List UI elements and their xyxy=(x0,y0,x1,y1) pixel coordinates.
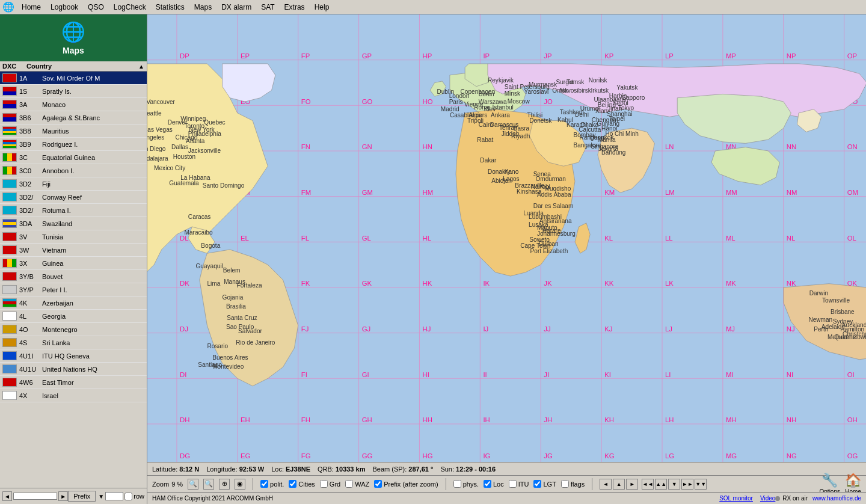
dxc-row[interactable]: 3XGuinea xyxy=(0,257,147,270)
menu-item-statistics[interactable]: Statistics xyxy=(151,2,189,13)
dxc-prefix: 1A xyxy=(19,75,42,82)
dxc-row[interactable]: 4U1IITU HQ Geneva xyxy=(0,349,147,363)
svg-text:MP: MP xyxy=(726,52,736,60)
row-checkbox[interactable] xyxy=(124,493,132,500)
menu-item-help[interactable]: Help xyxy=(310,2,334,13)
dxc-row[interactable]: 4SSri Lanka xyxy=(0,336,147,349)
dxc-row[interactable]: 4OMontenegro xyxy=(0,323,147,336)
scroll-up-button[interactable]: ▲ xyxy=(138,63,144,70)
checkbox-phys-input[interactable] xyxy=(453,480,461,488)
dxc-row[interactable]: 1ASov. Mil Order Of M xyxy=(0,72,147,85)
nav-left-button[interactable]: ◄ xyxy=(600,479,612,490)
flag-icon xyxy=(2,298,17,307)
checkbox-lgt-input[interactable] xyxy=(533,480,541,488)
row-input[interactable] xyxy=(105,492,123,500)
svg-text:HO: HO xyxy=(423,98,433,105)
svg-text:JO: JO xyxy=(544,98,553,105)
svg-text:GO: GO xyxy=(362,98,373,105)
checkbox-lgt-label: LGT xyxy=(543,481,556,488)
prefix-button[interactable]: Prefix xyxy=(68,491,96,502)
svg-text:EH: EH xyxy=(241,416,250,423)
bottom-bar: HAM Office Copyright 2021 ARCOMM GmbH SO… xyxy=(147,492,866,504)
dxc-row[interactable]: 3D2/Conway Reef xyxy=(0,191,147,204)
svg-text:Mexico City: Mexico City xyxy=(154,165,186,171)
dxc-row[interactable]: 3D2/Rotuma I. xyxy=(0,204,147,217)
scrollbar-track[interactable] xyxy=(13,493,57,500)
dxc-row[interactable]: 3B8Mauritius xyxy=(0,124,147,138)
menu-item-maps[interactable]: Maps xyxy=(189,2,216,13)
website-link[interactable]: www.hamoffice.de xyxy=(812,495,861,502)
sol-monitor-link[interactable]: SOL monitor xyxy=(719,495,753,502)
svg-text:MI: MI xyxy=(726,371,734,378)
dxc-row[interactable]: 4KAzerbaijan xyxy=(0,297,147,310)
menu-item-home[interactable]: Home xyxy=(17,2,46,13)
nav-down-button[interactable]: ▼ xyxy=(668,479,680,490)
checkbox-loc-input[interactable] xyxy=(484,480,491,488)
svg-text:NN: NN xyxy=(787,143,796,150)
checkbox-polit-input[interactable] xyxy=(260,480,268,488)
controls-bar: Zoom 9 % 🔍 🔍 ⊕ ◉ polit. Cities Grd xyxy=(147,475,866,492)
prev-button[interactable]: ◄ xyxy=(2,491,12,501)
nav-up-button[interactable]: ▲ xyxy=(613,479,625,490)
svg-text:La Habana: La Habana xyxy=(180,174,210,181)
checkbox-itu-input[interactable] xyxy=(509,480,517,488)
dxc-row[interactable]: 3DASwaziland xyxy=(0,217,147,230)
zoom-plus-button[interactable]: 🔍 xyxy=(203,479,214,490)
nav-far-right-button[interactable]: ►► xyxy=(681,479,693,490)
dxc-row[interactable]: 3VTunisia xyxy=(0,230,147,244)
zoom-fit-button[interactable]: ◉ xyxy=(235,479,245,490)
menu-item-extras[interactable]: Extras xyxy=(280,2,310,13)
checkbox-phys: phys. xyxy=(453,480,479,488)
checkbox-cities-input[interactable] xyxy=(289,480,296,488)
checkbox-prefix-zoom-input[interactable] xyxy=(374,480,382,488)
svg-text:Lima: Lima xyxy=(207,280,220,287)
checkbox-grd-input[interactable] xyxy=(320,480,328,488)
checkbox-flags-input[interactable] xyxy=(561,480,569,488)
prefix-dropdown[interactable]: ▼ xyxy=(98,493,104,500)
dxc-row[interactable]: 3Y/BBouvet xyxy=(0,270,147,283)
dxc-country: Mauritius xyxy=(42,128,144,135)
dxc-row[interactable]: 1SSpratly Is. xyxy=(0,85,147,98)
nav-far-up-button[interactable]: ▲▲ xyxy=(655,479,667,490)
dxc-row[interactable]: 3Y/PPeter I I. xyxy=(0,283,147,297)
menu-item-sat[interactable]: SAT xyxy=(256,2,279,13)
dxc-row[interactable]: 3B9Rodriguez I. xyxy=(0,138,147,151)
dxc-country: Azerbaijan xyxy=(42,300,144,307)
dxc-row[interactable]: 3AMonaco xyxy=(0,98,147,111)
dxc-row[interactable]: 3D2Fiji xyxy=(0,177,147,191)
nav-far-left-button[interactable]: ◄◄ xyxy=(642,479,654,490)
svg-text:DH: DH xyxy=(180,416,189,423)
content-area: BPCPDPEPFPGPHPIPJPKPLPMPNPOPPPQP BOCODOE… xyxy=(147,14,866,504)
svg-text:Antsiranana: Antsiranana xyxy=(539,218,572,224)
menu-item-logbook[interactable]: Logbook xyxy=(46,2,83,13)
menu-item-logcheck[interactable]: LogCheck xyxy=(109,2,151,13)
dxc-country: ITU HQ Geneva xyxy=(42,352,144,360)
video-link[interactable]: Video xyxy=(760,495,775,502)
svg-text:LG: LG xyxy=(665,452,674,459)
menu-item-dxalarm[interactable]: DX alarm xyxy=(216,2,256,13)
dxc-row[interactable]: 4W6East Timor xyxy=(0,376,147,389)
dxc-row[interactable]: 4LGeorgia xyxy=(0,310,147,323)
zoom-minus-button[interactable]: 🔍 xyxy=(188,479,198,490)
svg-text:HH: HH xyxy=(423,416,432,423)
dxc-row[interactable]: 4XIsrael xyxy=(0,389,147,402)
dxc-row[interactable]: 3C0Annobon I. xyxy=(0,164,147,177)
dxc-country: Sri Lanka xyxy=(42,339,144,346)
nav-far-down-button[interactable]: ▼▼ xyxy=(695,479,707,490)
dxc-prefix: 3D2/ xyxy=(19,207,42,214)
next-button[interactable]: ► xyxy=(58,491,68,501)
nav-buttons: ◄ ▲ ► ◄◄ ▲▲ ▼ ►► ▼▼ xyxy=(600,479,707,490)
nav-right-button[interactable]: ► xyxy=(626,479,638,490)
menu-item-qso[interactable]: QSO xyxy=(83,2,109,13)
map-container[interactable]: BPCPDPEPFPGPHPIPJPKPLPMPNPOPPPQP BOCODOE… xyxy=(147,14,866,462)
dxc-row[interactable]: 3CEquatorial Guinea xyxy=(0,151,147,164)
zoom-reset-button[interactable]: ⊕ xyxy=(219,479,230,490)
svg-text:Dar es Salaam: Dar es Salaam xyxy=(533,203,574,209)
dxc-row[interactable]: 4U1UUnited Nations HQ xyxy=(0,363,147,376)
dxc-row[interactable]: 3WVietnam xyxy=(0,244,147,257)
dxc-row[interactable]: 3B6Agalega & St.Branc xyxy=(0,111,147,124)
svg-text:HI: HI xyxy=(423,371,429,378)
svg-text:Townsville: Townsville xyxy=(822,297,850,304)
checkbox-waz-input[interactable] xyxy=(345,480,353,488)
svg-text:OI: OI xyxy=(847,371,855,378)
